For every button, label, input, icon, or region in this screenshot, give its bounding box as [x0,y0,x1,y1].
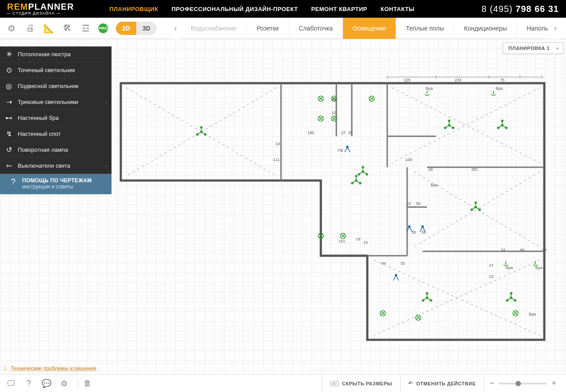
svg-text:56: 56 [416,201,420,206]
svg-point-99 [426,292,428,294]
logo-rem: REM [7,2,28,12]
svg-text:23: 23 [489,274,493,279]
zoom-control: − + [484,375,562,392]
sidebar-label-0: Потолочная люстра [18,51,107,58]
layout-selector[interactable]: ПЛАНИРОВКА 1 [503,42,563,54]
svg-text:Бра: Бра [529,312,536,316]
tabs-right-chevron-icon[interactable]: › [550,18,561,39]
print-icon[interactable]: 🖨 [24,22,36,35]
svg-text:ПГ: ПГ [356,237,361,242]
layers-icon[interactable]: ☲ [80,22,92,35]
sidebar-icon-0: ✳ [0,50,18,58]
sidebar-item-0[interactable]: ✳ Потолочная люстра [0,46,112,62]
svg-point-56 [452,127,454,129]
svg-point-45 [358,173,360,175]
zoom-out-icon[interactable]: − [489,379,494,388]
svg-text:281: 281 [471,167,478,172]
svg-text:18: 18 [406,201,411,206]
tech-problems-link[interactable]: ⚠ Технические проблемы и решения [3,365,96,372]
sidebar-label-5: Настенный спот [18,131,107,137]
tab-3[interactable]: Освещение [343,18,396,39]
svg-point-101 [430,300,432,301]
svg-text:ПВ: ПВ [338,148,343,153]
help-icon[interactable]: ? [22,377,35,390]
svg-point-62 [497,127,499,129]
tools-icon[interactable]: 🛠 [61,22,73,35]
measure-icon[interactable]: 📐 [42,22,55,35]
tab-2[interactable]: Слаботочка [289,18,343,39]
view-toggle: 2D 3D [116,22,157,35]
main-nav: ПЛАНИРОВЩИКПРОФЕССИОНАЛЬНЫЙ ДИЗАЙН-ПРОЕК… [109,6,415,12]
sidebar-item-1[interactable]: ⊙ Точечный светильник [0,62,112,78]
sidebar-label-3: Трековые светильники [18,99,105,105]
question-icon: ? [4,177,22,187]
svg-text:75: 75 [500,78,504,82]
sidebar-item-6[interactable]: ↺ Поворотная лампа [0,142,112,158]
view-2d[interactable]: 2D [116,22,136,35]
help-title: ПОМОЩЬ ПО ЧЕРТЕЖАМ [22,177,92,184]
nav-link-2[interactable]: РЕМОНТ КВАРТИР [311,6,367,12]
svg-text:98: 98 [520,248,524,252]
sidebar-item-4[interactable]: ⊷ Настенный бра [0,110,112,126]
sidebar-icon-1: ⊙ [0,66,18,74]
layout-selector-label: ПЛАНИРОВКА 1 [508,46,550,51]
nav-link-1[interactable]: ПРОФЕССИОНАЛЬНЫЙ ДИЗАЙН-ПРОЕКТ [172,6,298,12]
svg-point-108 [514,300,516,301]
svg-point-107 [506,300,508,301]
svg-point-54 [448,120,450,122]
svg-text:63: 63 [332,111,336,115]
svg-point-106 [510,292,512,294]
sidebar-label-1: Точечный светильник [18,67,107,73]
floorplan-svg: 6363185272814111ПВ10928281Бра18563539151… [117,74,551,349]
svg-text:39: 39 [421,230,426,234]
nav-link-3[interactable]: КОНТАКТЫ [381,6,415,12]
sidebar-item-3[interactable]: ⇢ Трековые светильники › [0,94,112,110]
undo-button[interactable]: ↶ ОТМЕНИТЬ ДЕЙСТВИЕ [400,375,484,392]
svg-point-49 [347,146,348,148]
hide-sizes-button[interactable]: 80 СКРЫТЬ РАЗМЕРЫ [322,375,400,392]
view-3d[interactable]: 3D [136,22,157,35]
svg-point-71 [351,182,353,184]
sidebar-help[interactable]: ? ПОМОЩЬ ПО ЧЕРТЕЖАМ инструкции и советы [0,174,112,194]
svg-text:233: 233 [454,78,461,82]
tabs-row: ‹ ВодоснабжениеРозеткиСлаботочкаОсвещени… [170,18,561,38]
pro-badge[interactable]: PRO [98,23,108,33]
tab-5[interactable]: Кондиционеры [454,18,517,39]
svg-point-79 [479,209,481,211]
sidebar-item-2[interactable]: ◎ Подвесной светильник [0,78,112,94]
svg-text:151: 151 [339,239,345,243]
help-sub: инструкции и советы [22,184,92,190]
gear-icon[interactable]: ⚙ [58,377,71,390]
trash-icon[interactable]: 🗑 [81,377,94,390]
sidebar-label-2: Подвесной светильник [18,83,107,89]
tab-4[interactable]: Теплые полы [396,18,454,39]
logo-subtitle: — СТУДИЯ ДИЗАЙНА — [7,11,92,15]
sidebar-icon-6: ↺ [0,146,18,154]
svg-text:29: 29 [542,248,547,252]
svg-text:32: 32 [400,261,405,265]
zoom-in-icon[interactable]: + [551,379,556,388]
svg-text:Бра: Бра [426,86,433,91]
tab-1[interactable]: Розетки [247,18,289,39]
tab-0[interactable]: Водоснабжение [181,18,247,39]
sidebar-label-6: Поворотная лампа [18,146,107,153]
logo[interactable]: REM PLANNER — СТУДИЯ ДИЗАЙНА — [7,2,92,16]
zoom-slider[interactable] [498,383,547,384]
nav-link-0[interactable]: ПЛАНИРОВЩИК [109,6,158,12]
logo-planner: PLANNER [28,2,74,12]
svg-point-78 [471,209,473,211]
chat-icon[interactable]: 💬 [40,377,53,390]
svg-point-22 [200,127,202,128]
tabs-left-chevron-icon[interactable]: ‹ [170,18,181,39]
sidebar-item-5[interactable]: ↯ Настенный спот [0,126,112,142]
settings-icon[interactable]: ⚙ [5,22,18,35]
svg-text:Бра: Бра [496,86,503,91]
chevron-right-icon: › [105,163,107,169]
separator [78,378,78,389]
svg-point-46 [366,173,368,175]
size-badge: 80 [330,381,339,386]
svg-point-44 [362,166,364,168]
sidebar-item-7[interactable]: ⤚ Выключатели света › [0,158,112,174]
monitor-icon[interactable]: 🖵 [4,377,18,390]
phone-number[interactable]: 8 (495) 798 66 31 [481,4,559,14]
